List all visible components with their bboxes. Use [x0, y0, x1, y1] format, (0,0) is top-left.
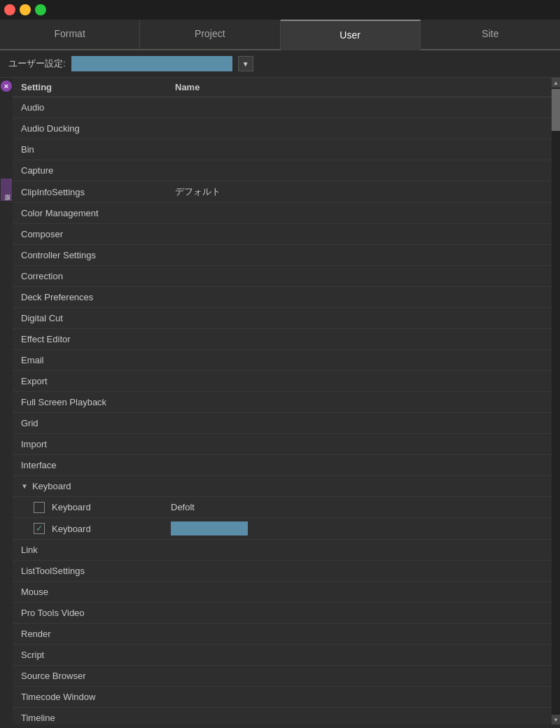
kb-label-2: Keyboard: [52, 524, 171, 534]
setting-digital-cut[interactable]: Digital Cut: [13, 308, 552, 329]
kb-label-1: Keyboard: [52, 502, 171, 512]
setting-controller[interactable]: Controller Settings: [13, 245, 552, 266]
keyboard-group-header[interactable]: ▼ Keyboard: [13, 476, 552, 497]
scroll-down-arrow[interactable]: ▼: [552, 715, 560, 724]
setting-clip-info[interactable]: ClipInfoSettings デフォルト: [13, 181, 552, 203]
checkbox-2-area[interactable]: ✓: [32, 522, 46, 535]
setting-timecode-window[interactable]: Timecode Window: [13, 687, 552, 708]
setting-list-tool[interactable]: ListToolSettings: [13, 561, 552, 582]
scroll-up-arrow[interactable]: ▲: [552, 78, 560, 88]
kb-input-2[interactable]: [171, 522, 248, 536]
tab-user[interactable]: User: [281, 20, 421, 50]
setting-script[interactable]: Script: [13, 645, 552, 666]
preset-input[interactable]: [71, 56, 232, 71]
main-area: × 假設 Setting Name Audio Audio Ducking Bi…: [0, 78, 560, 724]
setting-pro-tools[interactable]: Pro Tools Video: [13, 603, 552, 624]
preset-dropdown[interactable]: ▼: [238, 56, 253, 71]
preset-label: ユーザー設定:: [8, 57, 66, 70]
minimize-button[interactable]: [20, 4, 31, 15]
keyboard-group-label: Keyboard: [32, 481, 71, 491]
setting-bin[interactable]: Bin: [13, 139, 552, 160]
table-header: Setting Name: [13, 78, 552, 97]
setting-link[interactable]: Link: [13, 540, 552, 561]
setting-email[interactable]: Email: [13, 350, 552, 371]
keyboard-triangle: ▼: [21, 482, 28, 490]
setting-source-browser[interactable]: Source Browser: [13, 666, 552, 687]
setting-timeline[interactable]: Timeline: [13, 708, 552, 724]
close-button[interactable]: [4, 4, 15, 15]
col-name-header: Name: [175, 82, 552, 92]
setting-import[interactable]: Import: [13, 434, 552, 455]
setting-capture[interactable]: Capture: [13, 160, 552, 181]
setting-correction[interactable]: Correction: [13, 266, 552, 287]
setting-audio[interactable]: Audio: [13, 97, 552, 118]
setting-interface[interactable]: Interface: [13, 455, 552, 476]
setting-color-mgmt[interactable]: Color Management: [13, 203, 552, 224]
title-bar: [0, 0, 560, 20]
content-area: Setting Name Audio Audio Ducking Bin Cap…: [13, 78, 552, 724]
setting-composer[interactable]: Composer: [13, 224, 552, 245]
tab-site[interactable]: Site: [421, 20, 560, 49]
checkbox-1[interactable]: [34, 502, 45, 513]
setting-fullscreen[interactable]: Full Screen Playback: [13, 392, 552, 413]
keyboard-item-2[interactable]: ✓ Keyboard: [13, 518, 552, 540]
checkbox-1-area[interactable]: [32, 501, 46, 514]
sidebar-icon[interactable]: 假設: [1, 178, 12, 201]
setting-grid[interactable]: Grid: [13, 413, 552, 434]
checkbox-2[interactable]: ✓: [34, 523, 45, 534]
setting-render[interactable]: Render: [13, 624, 552, 645]
scrollbar[interactable]: ▲ ▼: [552, 78, 560, 724]
setting-effect-editor[interactable]: Effect Editor: [13, 329, 552, 350]
tabs-bar: Format Project User Site: [0, 20, 560, 50]
kb-value-1: Defolt: [171, 502, 195, 512]
setting-audio-ducking[interactable]: Audio Ducking: [13, 118, 552, 139]
left-sidebar: × 假設: [0, 78, 13, 724]
settings-list[interactable]: Audio Audio Ducking Bin Capture ClipInfo…: [13, 97, 552, 724]
maximize-button[interactable]: [35, 4, 46, 15]
sidebar-close-button[interactable]: ×: [1, 80, 12, 92]
col-setting-header: Setting: [21, 82, 175, 92]
scroll-thumb[interactable]: [552, 89, 560, 131]
keyboard-item-1[interactable]: Keyboard Defolt: [13, 497, 552, 518]
setting-deck-prefs[interactable]: Deck Preferences: [13, 287, 552, 308]
tab-project[interactable]: Project: [140, 20, 280, 49]
user-preset-row: ユーザー設定: ▼: [0, 50, 560, 78]
setting-mouse[interactable]: Mouse: [13, 582, 552, 603]
setting-export[interactable]: Export: [13, 371, 552, 392]
tab-format[interactable]: Format: [0, 20, 140, 49]
